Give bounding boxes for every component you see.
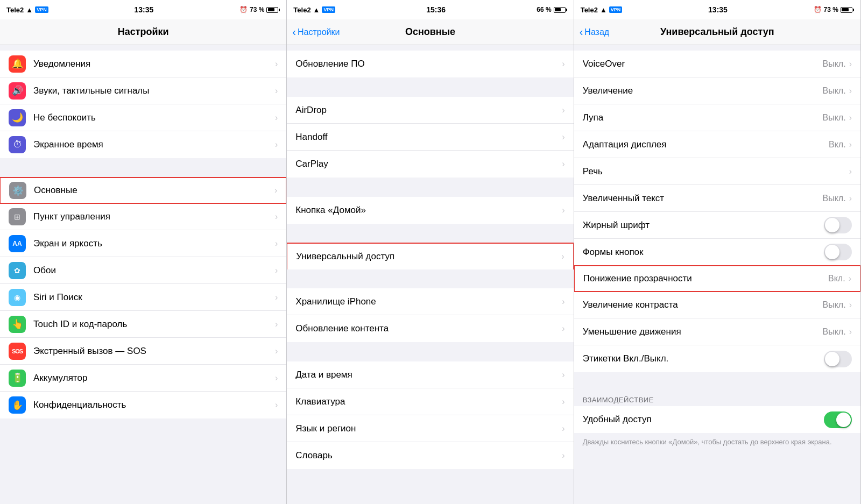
nav-bar-1: Настройки: [0, 19, 286, 45]
row-sounds[interactable]: 🔊 Звуки, тактильные сигналы ›: [0, 77, 286, 104]
section-datetime: Дата и время › Клавиатура › Язык и регио…: [287, 342, 573, 469]
reducemotion-value: Выкл.: [823, 327, 846, 337]
status-left-2: Tele2 ▲ VPN: [293, 6, 335, 14]
row-softwareupdate[interactable]: Обновление ПО ›: [287, 51, 573, 77]
row-siri[interactable]: ◉ Siri и Поиск ›: [0, 284, 286, 311]
vpn-badge-1: VPN: [35, 6, 48, 13]
row-wallpaper[interactable]: ✿ Обои ›: [0, 257, 286, 284]
boldtext-toggle[interactable]: [824, 217, 852, 233]
row-boldtext[interactable]: Жирный шрифт: [574, 212, 860, 239]
back-label-2[interactable]: Настройки: [298, 27, 340, 37]
interaction-header: ВЗАИМОДЕЙСТВИЕ: [574, 392, 860, 406]
battery-text-1: 73 %: [250, 6, 264, 13]
zoom-chevron: ›: [849, 86, 852, 96]
carplay-chevron: ›: [562, 159, 564, 169]
sep-acc-main: [574, 45, 860, 51]
row-battery[interactable]: 🔋 Аккумулятор ›: [0, 365, 286, 392]
status-bar-3: Tele2 ▲ VPN 13:35 ⏰ 73 %: [574, 0, 860, 19]
row-reducetransparency[interactable]: Понижение прозрачности Вкл. ›: [574, 265, 860, 292]
back-label-3[interactable]: Назад: [584, 27, 609, 37]
row-zoom[interactable]: Увеличение Выкл. ›: [574, 77, 860, 104]
sep-dt: [287, 342, 573, 361]
siri-icon: ◉: [9, 289, 26, 306]
row-magnifier[interactable]: Лупа Выкл. ›: [574, 104, 860, 131]
row-general[interactable]: ⚙️ Основные ›: [0, 177, 286, 204]
status-bar-2: Tele2 ▲ VPN 15:36 66 %: [287, 0, 573, 19]
dnd-label: Не беспокоить: [33, 112, 275, 123]
general-icon: ⚙️: [9, 182, 26, 199]
softwareupdate-label: Обновление ПО: [295, 59, 562, 69]
wallpaper-icon: ✿: [9, 262, 26, 279]
battery-text-2: 66 %: [537, 6, 551, 13]
row-notifications[interactable]: 🔔 Уведомления ›: [0, 51, 286, 77]
row-iphone-storage[interactable]: Хранилище iPhone ›: [287, 288, 573, 315]
nav-back-3[interactable]: ‹ Назад: [580, 26, 610, 38]
row-touchid[interactable]: 👆 Touch ID и код-пароль ›: [0, 311, 286, 338]
carrier-3: Tele2: [581, 6, 598, 14]
row-carplay[interactable]: CarPlay ›: [287, 151, 573, 178]
row-keyboard[interactable]: Клавиатура ›: [287, 388, 573, 415]
softwareupdate-chevron: ›: [562, 59, 564, 69]
general-chevron: ›: [274, 186, 277, 195]
row-language[interactable]: Язык и регион ›: [287, 415, 573, 442]
row-increasecontrast[interactable]: Увеличение контраста Выкл. ›: [574, 292, 860, 318]
privacy-chevron: ›: [275, 400, 278, 410]
zoom-label: Увеличение: [583, 86, 823, 96]
row-buttonshapes[interactable]: Формы кнопок: [574, 239, 860, 266]
assistivetouch-label: Удобный доступ: [583, 414, 824, 425]
row-assistivetouch[interactable]: Удобный доступ: [574, 406, 860, 433]
increasecontrast-value: Выкл.: [823, 300, 846, 310]
screentime-label: Экранное время: [33, 139, 275, 150]
keyboard-label: Клавиатура: [295, 396, 562, 407]
speech-label: Речь: [583, 166, 849, 177]
row-donotdisturb[interactable]: 🌙 Не беспокоить ›: [0, 104, 286, 131]
sep-stor: [287, 269, 573, 288]
row-dictionary[interactable]: Словарь ›: [287, 442, 573, 469]
dnd-chevron: ›: [275, 113, 278, 123]
sounds-label: Звуки, тактильные сигналы: [33, 86, 275, 96]
displayadapt-value: Вкл.: [829, 140, 846, 150]
wallpaper-label: Обои: [33, 265, 275, 276]
accessibility-chevron: ›: [561, 252, 564, 261]
row-datetime[interactable]: Дата и время ›: [287, 361, 573, 388]
battery-icon-1: [266, 7, 280, 13]
display-label: Экран и яркость: [33, 238, 275, 249]
settings-list-3[interactable]: VoiceOver Выкл. › Увеличение Выкл. › Луп…: [574, 45, 860, 504]
status-left-1: Tele2 ▲ VPN: [6, 6, 48, 14]
accessibility-footer: Дважды коснитесь кнопки «Домой», чтобы д…: [574, 433, 860, 451]
sep-air: [287, 77, 573, 97]
voiceover-value: Выкл.: [823, 59, 846, 69]
row-background[interactable]: Обновление контента ›: [287, 315, 573, 342]
row-handoff[interactable]: Handoff ›: [287, 124, 573, 151]
background-label: Обновление контента: [295, 323, 562, 334]
row-accessibility[interactable]: Универсальный доступ ›: [287, 243, 573, 269]
assistivetouch-toggle[interactable]: [824, 411, 852, 428]
settings-list-2[interactable]: Обновление ПО › AirDrop › Handoff › CarP…: [287, 45, 573, 504]
settings-list-1[interactable]: 🔔 Уведомления › 🔊 Звуки, тактильные сигн…: [0, 45, 286, 504]
notifications-label: Уведомления: [33, 59, 275, 69]
nav-back-2[interactable]: ‹ Настройки: [292, 26, 340, 38]
buttonshapes-toggle[interactable]: [824, 244, 852, 260]
row-largertext[interactable]: Увеличенный текст Выкл. ›: [574, 185, 860, 212]
status-right-1: ⏰ 73 %: [239, 6, 280, 13]
homebutton-chevron: ›: [562, 205, 564, 215]
row-screentime[interactable]: ⏱ Экранное время ›: [0, 131, 286, 158]
row-displayadapt[interactable]: Адаптация дисплея Вкл. ›: [574, 131, 860, 158]
row-reducemotion[interactable]: Уменьшение движения Выкл. ›: [574, 318, 860, 345]
battery-text-3: 73 %: [824, 6, 838, 13]
row-voiceover[interactable]: VoiceOver Выкл. ›: [574, 51, 860, 77]
back-chevron-3: ‹: [580, 26, 583, 38]
row-emergency[interactable]: SOS Экстренный вызов — SOS ›: [0, 338, 286, 365]
row-onofflabels[interactable]: Этикетки Вкл./Выкл.: [574, 345, 860, 372]
row-controlcenter[interactable]: ⊞ Пункт управления ›: [0, 203, 286, 230]
row-homebutton[interactable]: Кнопка «Домой» ›: [287, 197, 573, 224]
status-left-3: Tele2 ▲ VPN: [581, 6, 623, 14]
row-airdrop[interactable]: AirDrop ›: [287, 97, 573, 124]
notifications-chevron: ›: [275, 59, 278, 69]
onofflabels-toggle[interactable]: [824, 351, 852, 367]
row-privacy[interactable]: ✋ Конфиденциальность ›: [0, 392, 286, 418]
back-chevron-2: ‹: [292, 26, 296, 38]
dictionary-label: Словарь: [295, 450, 562, 461]
row-speech[interactable]: Речь ›: [574, 158, 860, 185]
row-display[interactable]: AA Экран и яркость ›: [0, 230, 286, 257]
